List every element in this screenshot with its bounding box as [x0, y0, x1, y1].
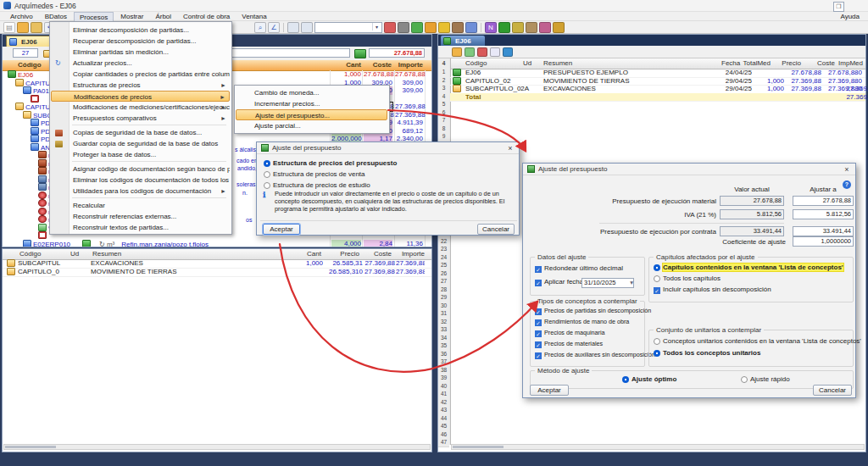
cant-cell[interactable] [291, 268, 323, 276]
menu-item-presupuestos-comparativos[interactable]: Presupuestos comparativos► [51, 113, 230, 124]
codigo-cell[interactable]: SUBCAPITULO_02A [465, 85, 531, 93]
col-resumen[interactable]: Resumen [543, 58, 572, 69]
col-fecha[interactable]: Fecha [721, 58, 740, 69]
flag-icon[interactable] [498, 22, 510, 33]
importe-cell[interactable]: 27.678,88 [395, 70, 423, 79]
estructura-radio-1[interactable]: Estructura de precios de venta [264, 169, 365, 180]
totalmed-cell[interactable]: 1,000 [754, 77, 784, 86]
precio-cell[interactable]: 26.585,310 [325, 268, 363, 276]
menu-ayuda[interactable]: Ayuda [837, 12, 863, 21]
col-coste[interactable]: Coste [817, 58, 835, 69]
copy-window-icon[interactable] [287, 22, 299, 33]
table-row[interactable]: E02ERP010↻ m³Refin.man.zanja/pozo t.floj… [3, 240, 431, 247]
menu-item-utilidades-para-los-c-digos-de-documenta[interactable]: Utilidades para los códigos de documenta… [51, 186, 230, 197]
fecha-cell[interactable]: 29/04/25 [718, 77, 752, 86]
menu-item-recuperar-descomposici-n-de-partidas-[interactable]: Recuperar descomposición de partidas... [51, 36, 230, 47]
import-icon[interactable] [31, 22, 42, 33]
codigo-cell[interactable]: EJ06 [465, 69, 531, 77]
calculator-icon[interactable] [354, 49, 366, 58]
precio-cell[interactable]: 27.369,88 [786, 77, 821, 86]
row-number[interactable]: 47 [438, 438, 449, 447]
menu-control-de-obra[interactable]: Control de obra [178, 12, 235, 21]
coste-cell[interactable]: 27.369,880 [364, 268, 395, 276]
cant-cell[interactable]: 4,000 [331, 240, 361, 247]
calc-icon[interactable] [411, 22, 423, 33]
resumen-cell[interactable]: EXCAVACIONES [543, 85, 713, 93]
submenu-item-cambio-de-moneda-[interactable]: Cambio de moneda... [236, 87, 387, 98]
menu-item-modificaciones-de-mediciones-certificaci[interactable]: Modificaciones de mediciones/certificaci… [51, 102, 230, 113]
cancelar-button[interactable]: Cancelar [477, 224, 515, 235]
importe-cell[interactable]: 27.369,88 [395, 103, 423, 111]
col-coste[interactable]: Coste [374, 249, 392, 259]
tipo-checkbox-3[interactable]: ✓Precios de materiales [535, 338, 603, 349]
tipo-checkbox-4[interactable]: ✓Precios de auxiliares sin descomposició… [535, 349, 655, 360]
horizontal-scrollbar[interactable] [3, 444, 431, 450]
chart2-icon[interactable] [438, 22, 450, 33]
resumen-cell[interactable] [543, 93, 713, 102]
menu-item-asignar-c-digo-de-documentaci-n-seg-n-ba[interactable]: Asignar código de documentación según ba… [51, 164, 230, 175]
coste-cell[interactable]: 27.678,88 [364, 70, 392, 79]
resumen-cell[interactable]: MOVIMIENTO DE TIERRAS [543, 77, 713, 86]
sheet-icon[interactable] [425, 22, 437, 33]
export-icon[interactable] [539, 22, 551, 33]
tipo-checkbox-2[interactable]: ✓Precios de maquinaria [535, 327, 605, 338]
fecha-cell[interactable]: 24/04/25 [718, 69, 752, 77]
importe-cell[interactable]: 11,36 [395, 240, 423, 247]
delete-concept-icon[interactable] [477, 47, 487, 57]
paste-window-icon[interactable] [301, 22, 313, 33]
col-impmed[interactable]: ImpMed [838, 58, 863, 69]
col-cant[interactable]: Cant [307, 249, 321, 259]
chart-icon[interactable]: ∠ [268, 22, 280, 33]
resumen-cell[interactable]: PRESUPUESTO EJEMPLO [543, 69, 713, 77]
ajuste-rapido-radio[interactable]: Ajuste rápido [741, 374, 790, 385]
cancelar-button[interactable]: Cancelar [813, 385, 852, 396]
row-indicator-field[interactable]: 27 [13, 48, 38, 58]
unitarios-ventana-radio[interactable]: Conceptos unitarios contenidos en la ven… [654, 336, 861, 347]
menu-item-eliminar-los-c-digos-de-documentaci-n-de[interactable]: Eliminar los códigos de documentación de… [51, 175, 230, 186]
importe-cell[interactable]: 27.369,88 [396, 268, 425, 276]
menu-item-reconstruir-textos-de-partidas-[interactable]: Reconstruir textos de partidas... [51, 222, 230, 233]
importe-cell[interactable]: 27.369,88 [396, 259, 425, 268]
codigo-cell[interactable]: CAPITULO_02 [465, 77, 531, 86]
menu-item-reconstruir-referencias-externas-[interactable]: Reconstruir referencias externas... [51, 211, 230, 222]
send-icon[interactable] [503, 47, 513, 57]
redondear-checkbox[interactable]: ✓Redondear último decimal [535, 263, 623, 274]
menu-archivo[interactable]: Archivo [5, 12, 38, 21]
impmed-cell[interactable] [838, 69, 868, 77]
table-row[interactable]: CAPITULO_0MOVIMIENTO DE TIERRAS26.585,31… [3, 268, 431, 277]
col-codigo[interactable]: Código [19, 249, 41, 259]
importe-cell[interactable]: 309,00 [395, 79, 423, 87]
ajustar-a-field[interactable]: 5.812,56 [793, 209, 854, 219]
menu-item-eliminar-partidas-sin-medici-n-[interactable]: Eliminar partidas sin medición... [51, 47, 230, 58]
fecha-combobox[interactable]: 31/10/2025▾ [581, 278, 634, 288]
concept-filter-combobox[interactable]: ▾ [314, 22, 382, 33]
col-totalmed[interactable]: TotalMed [743, 58, 771, 69]
col-ud[interactable]: Ud [523, 58, 531, 69]
precio-cell[interactable]: 26.585,31 [325, 259, 363, 268]
aceptar-button[interactable]: Aceptar [263, 224, 300, 235]
close-icon[interactable]: × [842, 164, 852, 175]
mail-icon[interactable] [553, 22, 565, 33]
ajustar-a-field[interactable]: 27.678,88 [793, 196, 854, 206]
add-concept-icon[interactable] [465, 47, 475, 57]
codigo-cell[interactable]: SUBCAPITUL [18, 259, 67, 268]
open-chapter-icon[interactable] [452, 47, 462, 57]
menu-item-recalcular[interactable]: Recalcular [51, 200, 230, 211]
document-icon[interactable] [490, 47, 500, 57]
menu-item-copias-de-seguridad-de-la-base-de-datos-[interactable]: Copias de seguridad de la base de datos.… [51, 127, 230, 138]
importe-cell[interactable]: 309,00 [395, 86, 423, 95]
menu-árbol[interactable]: Árbol [150, 12, 176, 21]
col-cant[interactable]: Cant [346, 60, 361, 70]
col-resumen[interactable]: Resumen [92, 249, 121, 259]
capitulos-ventana-radio[interactable]: Capítulos contenidos en la ventana 'List… [654, 262, 843, 273]
col-precio[interactable]: Precio [340, 249, 359, 259]
ajustar-a-field[interactable]: 33.491,44 [793, 226, 854, 236]
ajuste-optimo-radio[interactable]: Ajuste óptimo [622, 374, 676, 385]
coeficiente-field[interactable]: 1,0000000 [793, 236, 854, 247]
tree-icon[interactable]: N [485, 22, 497, 33]
todos-capitulos-radio[interactable]: Todos los capítulos [654, 273, 721, 284]
menu-item-actualizar-precios-[interactable]: Actualizar precios...↻ [51, 58, 230, 69]
cant-cell[interactable]: 1,000 [291, 259, 323, 268]
importe-cell[interactable]: 27.369,88 [395, 111, 423, 119]
aceptar-button[interactable]: Aceptar [530, 385, 569, 396]
